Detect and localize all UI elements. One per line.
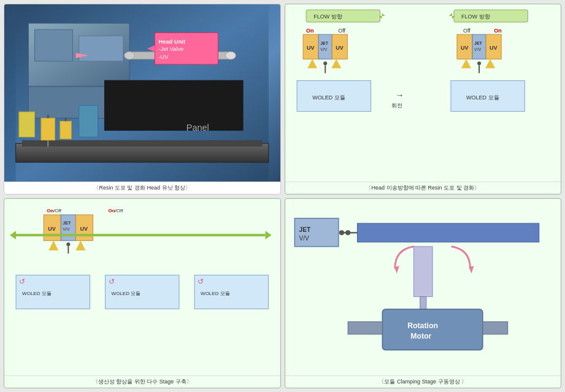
svg-text:Off: Off [463, 28, 470, 34]
svg-text:FLOW 방향: FLOW 방향 [461, 13, 490, 20]
svg-point-77 [66, 242, 70, 246]
svg-marker-41 [307, 59, 317, 68]
svg-point-60 [477, 61, 481, 65]
flow-svg: FLOW 방향 FLOW 방향 On Off UV JET V/V [288, 7, 559, 179]
svg-marker-58 [461, 59, 471, 68]
multi-stage-content: On /Off On /Off UV JET V/V UV [4, 199, 280, 376]
svg-text:UV: UV [307, 45, 315, 51]
svg-marker-59 [485, 59, 495, 68]
svg-text:JET: JET [63, 221, 71, 225]
svg-point-6 [226, 52, 236, 59]
svg-text:FLOW 방향: FLOW 방향 [313, 13, 342, 20]
svg-text:JET: JET [320, 41, 329, 45]
svg-rect-105 [482, 321, 507, 334]
flow-content: FLOW 방향 FLOW 방향 On Off UV JET V/V [285, 4, 561, 182]
main-container: Panel Head Unit -Jet Valve -UV 〈Resin 도포… [0, 0, 565, 392]
rotation-diagram: JET V/V [285, 199, 561, 376]
svg-marker-80 [10, 231, 16, 239]
svg-text:-UV: -UV [159, 54, 169, 60]
svg-text:Off: Off [338, 28, 345, 34]
svg-text:회전: 회전 [391, 102, 402, 109]
caption-bottom-left: 〈생산성 향상을 위한 다수 Stage 구축〉 [4, 375, 280, 388]
svg-rect-13 [60, 121, 72, 139]
svg-rect-3 [79, 36, 123, 61]
svg-text:↺: ↺ [19, 277, 25, 286]
svg-marker-42 [331, 59, 341, 68]
panel-bottom-left: On /Off On /Off UV JET V/V UV [4, 198, 281, 389]
svg-marker-81 [265, 231, 271, 239]
panel-bottom-right: JET V/V [285, 198, 562, 389]
svg-rect-106 [348, 321, 382, 334]
svg-text:WOLED 모듈: WOLED 모듈 [312, 94, 345, 101]
svg-text:↺: ↺ [109, 277, 115, 286]
svg-text:/Off: /Off [53, 208, 62, 213]
svg-rect-15 [19, 112, 35, 137]
svg-text:V/V: V/V [299, 234, 309, 241]
svg-text:On: On [109, 208, 115, 213]
svg-rect-53 [472, 34, 486, 59]
svg-text:JET: JET [474, 41, 483, 45]
caption-bottom-right: 〈모듈 Clamping Stage 구동영상 〉 [285, 375, 561, 388]
svg-text:WOLED 모듈: WOLED 모듈 [201, 290, 230, 296]
svg-text:UV: UV [48, 226, 56, 232]
svg-text:Rotation: Rotation [407, 321, 438, 329]
svg-text:WOLED 모듈: WOLED 모듈 [112, 290, 141, 296]
svg-text:On: On [494, 28, 502, 34]
svg-rect-12 [41, 118, 55, 140]
svg-text:V/V: V/V [63, 227, 70, 231]
svg-text:→: → [395, 90, 404, 100]
svg-rect-2 [35, 29, 73, 61]
svg-text:On: On [306, 28, 314, 34]
svg-rect-98 [413, 246, 432, 296]
svg-marker-75 [48, 240, 58, 250]
svg-text:↺: ↺ [198, 277, 204, 286]
panel-top-left: Panel Head Unit -Jet Valve -UV 〈Resin 도포… [4, 4, 281, 194]
machine-image-area: Panel Head Unit -Jet Valve -UV [4, 4, 280, 182]
svg-text:Head Unit: Head Unit [159, 39, 185, 45]
panel-top-right: FLOW 방향 FLOW 방향 On Off UV JET V/V [285, 4, 562, 194]
svg-text:UV: UV [490, 45, 498, 51]
svg-text:WOLED 모듈: WOLED 모듈 [466, 94, 499, 101]
svg-text:On: On [47, 208, 53, 213]
svg-text:JET: JET [299, 226, 310, 233]
svg-rect-97 [357, 223, 539, 242]
machine-svg: Panel Head Unit -Jet Valve -UV [4, 4, 280, 182]
svg-rect-9 [104, 80, 244, 131]
caption-top-left: 〈Resin 도포 및 경화 Head 유닛 형상〉 [4, 182, 280, 194]
svg-text:/Off: /Off [115, 208, 124, 213]
svg-text:WOLED 모듈: WOLED 모듈 [22, 290, 52, 296]
svg-text:-Jet Valve: -Jet Valve [159, 46, 184, 52]
svg-marker-76 [75, 240, 85, 250]
svg-text:V/V: V/V [474, 47, 482, 52]
svg-text:UV: UV [460, 45, 468, 51]
caption-top-right: 〈Head 이송방향에 따른 Resin 도포 및 경화〉 [285, 182, 561, 194]
svg-text:Motor: Motor [410, 332, 431, 340]
svg-text:UV: UV [336, 45, 344, 51]
svg-rect-99 [420, 296, 426, 309]
svg-text:UV: UV [80, 226, 88, 232]
svg-marker-101 [469, 266, 474, 273]
svg-rect-16 [79, 106, 98, 137]
svg-rect-36 [318, 34, 332, 59]
svg-point-43 [323, 61, 327, 65]
svg-text:V/V: V/V [320, 47, 328, 52]
multi-stage-svg: On /Off On /Off UV JET V/V UV [7, 201, 278, 374]
svg-point-5 [125, 52, 134, 59]
rotation-svg: JET V/V [285, 199, 561, 376]
svg-marker-100 [394, 266, 399, 273]
svg-rect-11 [22, 140, 263, 147]
svg-text:Panel: Panel [186, 123, 209, 133]
